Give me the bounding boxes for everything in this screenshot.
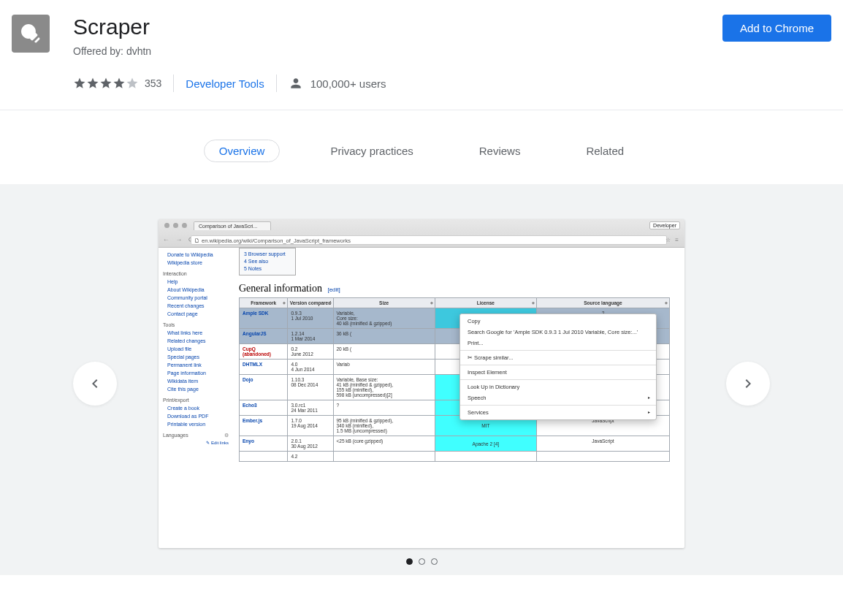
sb-link: Community portal — [163, 294, 229, 302]
users-block: 100,000+ users — [289, 76, 386, 91]
browser-chrome: Comparison of JavaScri... Developer ← → … — [159, 219, 684, 248]
header-info: Scraper Offered by: dvhtn 353 Developer … — [73, 15, 831, 92]
users-count: 100,000+ users — [310, 77, 386, 90]
ctx-search: Search Google for 'Ample SDK 0.9.3 1 Jul… — [460, 327, 656, 338]
section-title: General information [edit] — [239, 283, 679, 294]
sb-link: Page information — [163, 369, 229, 377]
traffic-lights-icon — [164, 223, 187, 228]
url-right-icons: ☆ ≡ — [665, 237, 680, 243]
star-rating[interactable] — [73, 77, 139, 90]
sb-head: Languages⚙ — [163, 431, 229, 439]
sb-link: Cite this page — [163, 385, 229, 393]
ctx-scrape: ✂ Scrape similar... — [460, 352, 656, 363]
sb-link: Wikidata item — [163, 377, 229, 385]
rating-count[interactable]: 353 — [145, 77, 161, 89]
tab-overview[interactable]: Overview — [204, 140, 281, 162]
extension-title: Scraper — [73, 15, 831, 39]
gallery-next-button[interactable] — [726, 362, 770, 406]
sb-link: Printable version — [163, 420, 229, 428]
chevron-right-icon — [739, 375, 757, 392]
table-row: Enyo2.0.1 30 Aug 2012<25 kB (core gzippe… — [240, 436, 670, 452]
extension-header: Scraper Offered by: dvhtn 353 Developer … — [0, 0, 843, 110]
sb-link: Permanent link — [163, 361, 229, 369]
gallery-dot[interactable] — [406, 558, 413, 565]
sb-link: Download as PDF — [163, 412, 229, 420]
sb-link: Help — [163, 278, 229, 286]
table-header: License◆ — [435, 298, 536, 308]
meta-row: 353 Developer Tools 100,000+ users — [73, 75, 831, 92]
offered-by-name: dvhtn — [126, 45, 151, 57]
edit-link: [edit] — [327, 286, 340, 293]
gallery-prev-button[interactable] — [73, 362, 117, 406]
ctx-speech: Speech — [460, 392, 656, 403]
ctx-print: Print... — [460, 338, 656, 349]
table-header: Source language◆ — [536, 298, 669, 308]
sb-link: About Wikipedia — [163, 286, 229, 294]
sb-edit-links: ✎ Edit links — [163, 439, 229, 447]
toc-item: 5 Notes — [244, 265, 291, 273]
table-header: Size◆ — [333, 298, 435, 308]
table-header: Framework◆ — [240, 298, 288, 308]
browser-tab: Comparison of JavaScri... — [194, 221, 271, 230]
wiki-sidebar: Donate to Wikipedia Wikipedia store Inte… — [159, 248, 233, 548]
gallery-dots — [0, 558, 843, 565]
wiki-body: Donate to Wikipedia Wikipedia store Inte… — [159, 248, 684, 548]
sb-link: Upload file — [163, 345, 229, 353]
toc-item: 4 See also — [244, 258, 291, 265]
ctx-services: Services — [460, 407, 656, 418]
sb-link: Contact page — [163, 310, 229, 318]
offered-by-prefix: Offered by: — [73, 45, 126, 57]
ctx-copy: Copy — [460, 316, 656, 327]
gallery-dot[interactable] — [419, 558, 425, 565]
star-icon — [126, 77, 139, 90]
sb-link: What links here — [163, 329, 229, 337]
sb-link: Create a book — [163, 404, 229, 412]
sb-link: Donate to Wikipedia — [163, 251, 229, 259]
url-bar: 🗋 en.wikipedia.org/wiki/Comparison_of_Ja… — [191, 235, 667, 245]
sb-link: Wikipedia store — [163, 259, 229, 267]
divider — [276, 75, 277, 92]
ctx-inspect: Inspect Element — [460, 367, 656, 378]
gallery-dot[interactable] — [431, 558, 438, 565]
screenshot-image[interactable]: Comparison of JavaScri... Developer ← → … — [159, 219, 684, 548]
sb-head: Tools — [163, 321, 229, 329]
tab-privacy[interactable]: Privacy practices — [315, 140, 428, 162]
star-icon — [99, 77, 112, 90]
table-header: Version compared◆ — [288, 298, 333, 308]
chevron-left-icon — [86, 375, 104, 392]
sb-head: Interaction — [163, 270, 229, 278]
toc-box: 3 Browser support 4 See also 5 Notes — [239, 248, 296, 275]
star-icon — [112, 77, 126, 90]
user-icon — [289, 76, 303, 91]
star-icon — [73, 77, 86, 90]
sb-link: Special pages — [163, 353, 229, 361]
sb-link: Recent changes — [163, 302, 229, 310]
offered-by: Offered by: dvhtn — [73, 45, 831, 57]
table-row: 4.2 — [240, 452, 670, 462]
tabs-row: Overview Privacy practices Reviews Relat… — [0, 110, 843, 184]
context-menu: Copy Search Google for 'Ample SDK 0.9.3 … — [459, 313, 657, 420]
url-text: en.wikipedia.org/wiki/Comparison_of_Java… — [202, 237, 351, 244]
wiki-main: 3 Browser support 4 See also 5 Notes Gen… — [233, 248, 684, 548]
screenshot-gallery: Comparison of JavaScri... Developer ← → … — [0, 184, 843, 575]
toc-item: 3 Browser support — [244, 251, 291, 258]
tab-related[interactable]: Related — [571, 140, 639, 162]
star-icon — [86, 77, 99, 90]
sb-link: Related changes — [163, 337, 229, 345]
add-to-chrome-button[interactable]: Add to Chrome — [722, 15, 831, 42]
category-link[interactable]: Developer Tools — [186, 77, 264, 90]
tab-reviews[interactable]: Reviews — [464, 140, 536, 162]
divider — [173, 75, 174, 92]
sb-head: Print/export — [163, 396, 229, 404]
developer-tag: Developer — [649, 221, 680, 229]
extension-icon — [12, 15, 50, 53]
ctx-lookup: Look Up in Dictionary — [460, 381, 656, 392]
